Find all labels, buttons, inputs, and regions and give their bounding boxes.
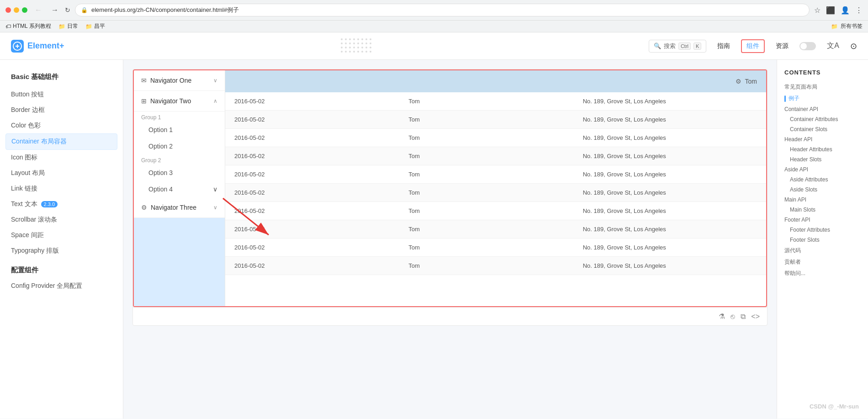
ep-theme-toggle[interactable] <box>799 42 816 50</box>
nav-option-3[interactable]: Option 3 <box>134 164 225 181</box>
ep-logo-text: EIement+ <box>27 41 64 51</box>
ep-nav-guide[interactable]: 指南 <box>717 42 730 50</box>
table-cell-name: Tom <box>408 226 582 233</box>
sidebar-item-container[interactable]: Container 布局容器 <box>5 133 117 150</box>
contents-item-layout[interactable]: 常见页面布局 <box>784 81 861 93</box>
contents-sub-aside-slots[interactable]: Aside Slots <box>784 185 861 195</box>
table-cell-address: No. 189, Grove St, Los Angeles <box>583 134 757 141</box>
sidebar-item-button[interactable]: Button 按钮 <box>0 87 123 102</box>
grid-icon: ⊞ <box>141 97 147 105</box>
active-indicator <box>784 95 786 102</box>
contents-item-more[interactable]: 帮助问... <box>784 268 861 279</box>
ep-nav-component[interactable]: 组件 <box>741 39 765 53</box>
ep-header: EIement+ 🔍 搜索 Ctrl K 指南 组件 资源 文A ⊙ <box>0 32 868 60</box>
contents-item-aside-api[interactable]: Aside API <box>784 164 861 175</box>
text-version-badge: 2.3.0 <box>41 201 58 207</box>
table-cell-date: 2016-05-02 <box>234 153 408 159</box>
sidebar-item-link[interactable]: Link 链接 <box>0 181 123 196</box>
browser-navigation: ← → ↻ <box>32 5 70 15</box>
table-row: 2016-05-02 Tom No. 189, Grove St, Los An… <box>225 257 766 275</box>
bookmark-star-button[interactable]: ☆ <box>814 6 820 15</box>
settings-icon: ⚙ <box>736 78 741 85</box>
table-cell-address: No. 189, Grove St, Los Angeles <box>583 171 757 178</box>
copy-icon-button[interactable]: ⎋ <box>730 312 735 321</box>
bookmark-changping[interactable]: 📁 昌平 <box>85 22 105 30</box>
contents-item-container-api[interactable]: Container API <box>784 104 861 114</box>
table-cell-name: Tom <box>408 153 582 159</box>
sidebar-item-color[interactable]: Color 色彩 <box>0 118 123 133</box>
main-layout: Basic 基础组件 Button 按钮 Border 边框 Color 色彩 … <box>0 60 868 419</box>
table-row: 2016-05-02 Tom No. 189, Grove St, Los An… <box>225 239 766 257</box>
nav-option-4[interactable]: Option 4 ∨ <box>134 181 225 197</box>
table-row: 2016-05-02 Tom No. 189, Grove St, Los An… <box>225 202 766 220</box>
ep-nav-resource[interactable]: 资源 <box>776 42 789 50</box>
contents-sub-footer-slots[interactable]: Footer Slots <box>784 235 861 245</box>
ep-logo[interactable]: EIement+ <box>11 40 64 53</box>
profile-button[interactable]: 👤 <box>841 6 850 15</box>
flask-icon-button[interactable]: ⚗ <box>719 312 725 321</box>
nav-option-1[interactable]: Option 1 <box>134 122 225 138</box>
sidebar-item-config-provider[interactable]: Config Provider 全局配置 <box>0 278 123 294</box>
forward-button[interactable]: → <box>48 5 61 15</box>
contents-item-header-api[interactable]: Header API <box>784 134 861 144</box>
contents-sub-header-slots[interactable]: Header Slots <box>784 154 861 164</box>
table-row: 2016-05-02 Tom No. 189, Grove St, Los An… <box>225 220 766 239</box>
nav-two-label: Navigator Two <box>150 97 213 105</box>
contents-sub-main-slots[interactable]: Main Slots <box>784 205 861 215</box>
contents-item-label: 常见页面布局 <box>784 83 817 91</box>
extension-button[interactable]: ⬛ <box>826 6 835 15</box>
nav-item-three[interactable]: ⚙ Navigator Three ∨ <box>134 197 225 218</box>
bookmark-html[interactable]: 🏷 HTML 系列教程 <box>5 22 51 30</box>
menu-button[interactable]: ⋮ <box>855 6 863 15</box>
table-cell-name: Tom <box>408 116 582 123</box>
nav-item-two[interactable]: ⊞ Navigator Two ∧ <box>134 91 225 111</box>
ep-github-button[interactable]: ⊙ <box>850 41 857 51</box>
contents-sub-header-attrs[interactable]: Header Attributes <box>784 144 861 154</box>
ep-toggle-thumb <box>800 43 807 49</box>
table-row: 2016-05-02 Tom No. 189, Grove St, Los An… <box>225 129 766 147</box>
contents-item-main-api[interactable]: Main API <box>784 195 861 205</box>
reload-button[interactable]: ↻ <box>65 6 70 14</box>
browser-action-buttons: ☆ ⬛ 👤 ⋮ <box>814 6 863 15</box>
contents-sub-footer-attrs[interactable]: Footer Attributes <box>784 225 861 235</box>
sidebar-item-border[interactable]: Border 边框 <box>0 102 123 118</box>
sidebar-item-icon[interactable]: Icon 图标 <box>0 150 123 165</box>
contents-item-contributors[interactable]: 贡献者 <box>784 256 861 268</box>
sidebar-item-typography[interactable]: Typography 排版 <box>0 243 123 259</box>
option-4-label: Option 4 <box>148 186 173 193</box>
table-row: 2016-05-02 Tom No. 189, Grove St, Los An… <box>225 147 766 165</box>
sidebar-item-scrollbar[interactable]: Scrollbar 滚动条 <box>0 212 123 228</box>
close-window-button[interactable] <box>5 7 11 13</box>
table-row: 2016-05-02 Tom No. 189, Grove St, Los An… <box>225 111 766 129</box>
back-button[interactable]: ← <box>32 5 45 15</box>
maximize-window-button[interactable] <box>22 7 27 13</box>
bookmark-label: 昌平 <box>94 22 105 30</box>
sidebar-item-space[interactable]: Space 间距 <box>0 228 123 243</box>
table-cell-date: 2016-05-02 <box>234 226 408 233</box>
minimize-window-button[interactable] <box>14 7 19 13</box>
contents-item-footer-api[interactable]: Footer API <box>784 215 861 225</box>
sub-group-1: Group 1 <box>134 111 225 122</box>
contents-sub-container-slots[interactable]: Container Slots <box>784 124 861 134</box>
sidebar-item-layout[interactable]: Layout 布局 <box>0 165 123 181</box>
search-keyboard-shortcut: Ctrl <box>678 42 691 50</box>
nav-item-one[interactable]: ✉ Navigator One ∨ <box>134 70 225 91</box>
sidebar-item-text[interactable]: Text 文本 2.3.0 <box>0 196 123 212</box>
ep-search-box[interactable]: 🔍 搜索 Ctrl K <box>649 40 706 53</box>
contents-sub-aside-attrs[interactable]: Aside Attributes <box>784 175 861 185</box>
contents-sub-container-attrs[interactable]: Container Attributes <box>784 114 861 124</box>
expand-icon-button[interactable]: ⧉ <box>741 312 746 321</box>
ep-language-button[interactable]: 文A <box>827 41 839 51</box>
table-cell-date: 2016-05-02 <box>234 189 408 196</box>
sidebar-item-text-label: Text 文本 <box>11 200 37 208</box>
all-bookmarks-button[interactable]: 📁 所有书签 <box>831 22 863 30</box>
chevron-down-icon: ∨ <box>213 186 217 193</box>
contents-item-source[interactable]: 源代码 <box>784 245 861 256</box>
nav-option-2[interactable]: Option 2 <box>134 138 225 154</box>
address-bar[interactable]: 🔒 element-plus.org/zh-CN/component/conta… <box>75 4 810 16</box>
code-icon-button[interactable]: <> <box>751 312 760 321</box>
table-cell-address: No. 189, Grove St, Los Angeles <box>583 98 757 105</box>
table-row: 2016-05-02 Tom No. 189, Grove St, Los An… <box>225 184 766 202</box>
bookmark-daily[interactable]: 📁 日常 <box>58 22 78 30</box>
contents-item-example[interactable]: 例子 <box>784 93 861 104</box>
